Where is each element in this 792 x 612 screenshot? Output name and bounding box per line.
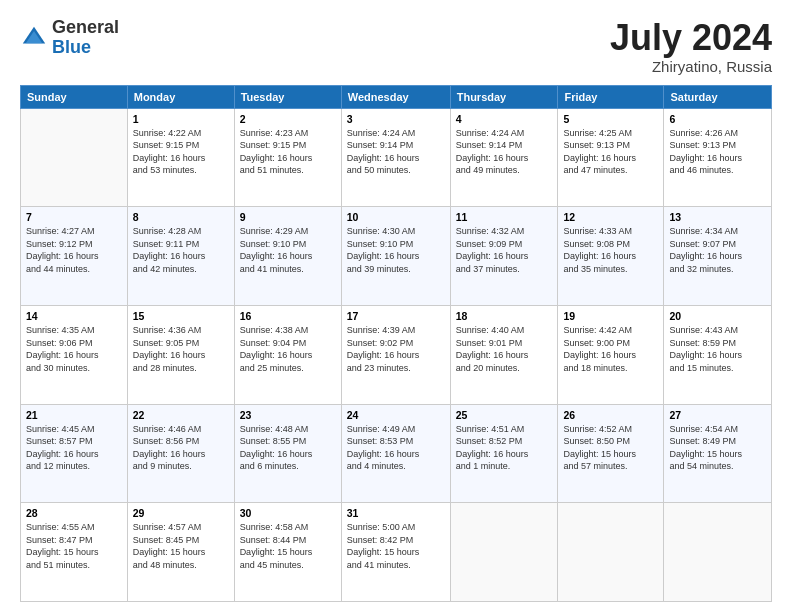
day-number: 17 — [347, 310, 445, 322]
calendar-header-row: Sunday Monday Tuesday Wednesday Thursday… — [21, 85, 772, 108]
calendar-cell: 21Sunrise: 4:45 AM Sunset: 8:57 PM Dayli… — [21, 404, 128, 503]
calendar-cell: 9Sunrise: 4:29 AM Sunset: 9:10 PM Daylig… — [234, 207, 341, 306]
col-friday: Friday — [558, 85, 664, 108]
day-number: 6 — [669, 113, 766, 125]
day-info: Sunrise: 4:40 AM Sunset: 9:01 PM Dayligh… — [456, 324, 553, 374]
day-info: Sunrise: 4:54 AM Sunset: 8:49 PM Dayligh… — [669, 423, 766, 473]
day-info: Sunrise: 4:30 AM Sunset: 9:10 PM Dayligh… — [347, 225, 445, 275]
day-number: 26 — [563, 409, 658, 421]
day-info: Sunrise: 4:27 AM Sunset: 9:12 PM Dayligh… — [26, 225, 122, 275]
day-number: 16 — [240, 310, 336, 322]
col-sunday: Sunday — [21, 85, 128, 108]
calendar-cell: 26Sunrise: 4:52 AM Sunset: 8:50 PM Dayli… — [558, 404, 664, 503]
col-thursday: Thursday — [450, 85, 558, 108]
calendar-cell: 29Sunrise: 4:57 AM Sunset: 8:45 PM Dayli… — [127, 503, 234, 602]
day-number: 18 — [456, 310, 553, 322]
day-info: Sunrise: 4:43 AM Sunset: 8:59 PM Dayligh… — [669, 324, 766, 374]
calendar-cell: 11Sunrise: 4:32 AM Sunset: 9:09 PM Dayli… — [450, 207, 558, 306]
calendar-cell: 2Sunrise: 4:23 AM Sunset: 9:15 PM Daylig… — [234, 108, 341, 207]
day-info: Sunrise: 4:57 AM Sunset: 8:45 PM Dayligh… — [133, 521, 229, 571]
day-number: 22 — [133, 409, 229, 421]
day-info: Sunrise: 4:33 AM Sunset: 9:08 PM Dayligh… — [563, 225, 658, 275]
day-number: 12 — [563, 211, 658, 223]
day-info: Sunrise: 4:25 AM Sunset: 9:13 PM Dayligh… — [563, 127, 658, 177]
day-info: Sunrise: 4:34 AM Sunset: 9:07 PM Dayligh… — [669, 225, 766, 275]
day-number: 23 — [240, 409, 336, 421]
calendar-cell: 22Sunrise: 4:46 AM Sunset: 8:56 PM Dayli… — [127, 404, 234, 503]
calendar-cell: 6Sunrise: 4:26 AM Sunset: 9:13 PM Daylig… — [664, 108, 772, 207]
day-number: 2 — [240, 113, 336, 125]
calendar-cell: 19Sunrise: 4:42 AM Sunset: 9:00 PM Dayli… — [558, 305, 664, 404]
day-number: 5 — [563, 113, 658, 125]
day-number: 19 — [563, 310, 658, 322]
day-number: 20 — [669, 310, 766, 322]
day-info: Sunrise: 4:32 AM Sunset: 9:09 PM Dayligh… — [456, 225, 553, 275]
col-monday: Monday — [127, 85, 234, 108]
logo-blue: Blue — [52, 37, 91, 57]
calendar-week-row: 14Sunrise: 4:35 AM Sunset: 9:06 PM Dayli… — [21, 305, 772, 404]
day-info: Sunrise: 4:58 AM Sunset: 8:44 PM Dayligh… — [240, 521, 336, 571]
calendar-table: Sunday Monday Tuesday Wednesday Thursday… — [20, 85, 772, 602]
calendar-cell: 8Sunrise: 4:28 AM Sunset: 9:11 PM Daylig… — [127, 207, 234, 306]
day-number: 30 — [240, 507, 336, 519]
location: Zhiryatino, Russia — [610, 58, 772, 75]
day-info: Sunrise: 4:24 AM Sunset: 9:14 PM Dayligh… — [456, 127, 553, 177]
calendar-cell: 31Sunrise: 5:00 AM Sunset: 8:42 PM Dayli… — [341, 503, 450, 602]
col-tuesday: Tuesday — [234, 85, 341, 108]
day-number: 27 — [669, 409, 766, 421]
calendar-week-row: 21Sunrise: 4:45 AM Sunset: 8:57 PM Dayli… — [21, 404, 772, 503]
day-number: 9 — [240, 211, 336, 223]
day-number: 29 — [133, 507, 229, 519]
calendar-cell: 20Sunrise: 4:43 AM Sunset: 8:59 PM Dayli… — [664, 305, 772, 404]
calendar-week-row: 1Sunrise: 4:22 AM Sunset: 9:15 PM Daylig… — [21, 108, 772, 207]
day-info: Sunrise: 4:51 AM Sunset: 8:52 PM Dayligh… — [456, 423, 553, 473]
calendar-cell: 28Sunrise: 4:55 AM Sunset: 8:47 PM Dayli… — [21, 503, 128, 602]
day-number: 3 — [347, 113, 445, 125]
calendar-cell: 10Sunrise: 4:30 AM Sunset: 9:10 PM Dayli… — [341, 207, 450, 306]
day-info: Sunrise: 4:38 AM Sunset: 9:04 PM Dayligh… — [240, 324, 336, 374]
calendar-cell: 17Sunrise: 4:39 AM Sunset: 9:02 PM Dayli… — [341, 305, 450, 404]
calendar-cell: 15Sunrise: 4:36 AM Sunset: 9:05 PM Dayli… — [127, 305, 234, 404]
calendar-cell: 14Sunrise: 4:35 AM Sunset: 9:06 PM Dayli… — [21, 305, 128, 404]
col-saturday: Saturday — [664, 85, 772, 108]
col-wednesday: Wednesday — [341, 85, 450, 108]
calendar-cell — [664, 503, 772, 602]
calendar-week-row: 28Sunrise: 4:55 AM Sunset: 8:47 PM Dayli… — [21, 503, 772, 602]
day-number: 21 — [26, 409, 122, 421]
logo-text: General Blue — [52, 18, 119, 58]
calendar-cell: 27Sunrise: 4:54 AM Sunset: 8:49 PM Dayli… — [664, 404, 772, 503]
day-info: Sunrise: 4:29 AM Sunset: 9:10 PM Dayligh… — [240, 225, 336, 275]
page: General Blue July 2024 Zhiryatino, Russi… — [0, 0, 792, 612]
month-title: July 2024 — [610, 18, 772, 58]
day-number: 28 — [26, 507, 122, 519]
day-number: 25 — [456, 409, 553, 421]
day-info: Sunrise: 4:52 AM Sunset: 8:50 PM Dayligh… — [563, 423, 658, 473]
logo: General Blue — [20, 18, 119, 58]
calendar-cell: 13Sunrise: 4:34 AM Sunset: 9:07 PM Dayli… — [664, 207, 772, 306]
day-info: Sunrise: 4:35 AM Sunset: 9:06 PM Dayligh… — [26, 324, 122, 374]
day-number: 11 — [456, 211, 553, 223]
calendar-cell: 24Sunrise: 4:49 AM Sunset: 8:53 PM Dayli… — [341, 404, 450, 503]
day-info: Sunrise: 4:49 AM Sunset: 8:53 PM Dayligh… — [347, 423, 445, 473]
day-info: Sunrise: 4:28 AM Sunset: 9:11 PM Dayligh… — [133, 225, 229, 275]
day-number: 24 — [347, 409, 445, 421]
day-number: 4 — [456, 113, 553, 125]
day-info: Sunrise: 4:23 AM Sunset: 9:15 PM Dayligh… — [240, 127, 336, 177]
day-info: Sunrise: 4:39 AM Sunset: 9:02 PM Dayligh… — [347, 324, 445, 374]
calendar-cell: 7Sunrise: 4:27 AM Sunset: 9:12 PM Daylig… — [21, 207, 128, 306]
day-number: 7 — [26, 211, 122, 223]
calendar-cell: 16Sunrise: 4:38 AM Sunset: 9:04 PM Dayli… — [234, 305, 341, 404]
day-number: 8 — [133, 211, 229, 223]
day-info: Sunrise: 4:55 AM Sunset: 8:47 PM Dayligh… — [26, 521, 122, 571]
calendar-cell: 25Sunrise: 4:51 AM Sunset: 8:52 PM Dayli… — [450, 404, 558, 503]
day-info: Sunrise: 4:36 AM Sunset: 9:05 PM Dayligh… — [133, 324, 229, 374]
day-number: 14 — [26, 310, 122, 322]
day-info: Sunrise: 4:26 AM Sunset: 9:13 PM Dayligh… — [669, 127, 766, 177]
calendar-cell: 3Sunrise: 4:24 AM Sunset: 9:14 PM Daylig… — [341, 108, 450, 207]
logo-general: General — [52, 17, 119, 37]
day-number: 1 — [133, 113, 229, 125]
calendar-cell: 18Sunrise: 4:40 AM Sunset: 9:01 PM Dayli… — [450, 305, 558, 404]
logo-icon — [20, 24, 48, 52]
calendar-week-row: 7Sunrise: 4:27 AM Sunset: 9:12 PM Daylig… — [21, 207, 772, 306]
calendar-cell: 30Sunrise: 4:58 AM Sunset: 8:44 PM Dayli… — [234, 503, 341, 602]
